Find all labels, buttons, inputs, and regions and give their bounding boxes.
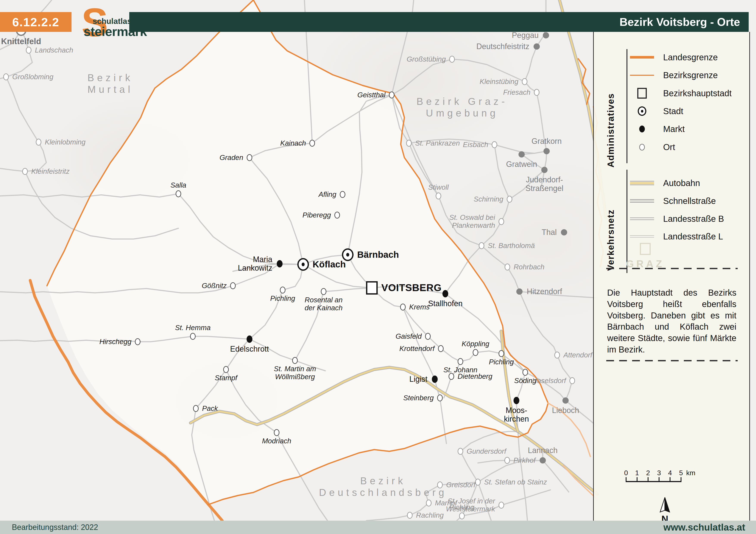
marker-ort-out[interactable] [407,512,413,519]
marker-ort-out[interactable] [22,168,28,175]
marker-ort-out[interactable] [492,141,497,148]
marker-town-out[interactable] [561,229,567,236]
marker-ort[interactable] [190,333,196,340]
marker-ort[interactable] [400,304,406,311]
place-label: Modriach [262,436,291,445]
place-label: Krems [406,303,430,311]
scale-tick-label: 1 [635,469,639,477]
place-label: Ligist [409,375,430,384]
marker-ort[interactable] [448,373,454,380]
place-label: Stampf [215,373,237,382]
marker-town-out[interactable] [543,148,550,154]
marker-ort[interactable] [176,191,181,197]
landesstrasse-b-swatch [628,217,656,220]
scale-tick [637,477,637,482]
marker-ort-out[interactable] [504,264,510,270]
marker-ort[interactable] [389,91,394,98]
marker-ort[interactable] [310,140,315,147]
marker-markt[interactable] [277,260,283,267]
website-link[interactable]: www.schulatlas.at [663,522,756,533]
marker-ort[interactable] [274,429,280,436]
marker-ort-out[interactable] [499,218,504,225]
marker-town-out[interactable] [516,289,523,295]
marker-town-out[interactable] [541,167,548,173]
marker-markt[interactable] [443,290,448,297]
marker-ort-out[interactable] [3,73,9,80]
place-label: Gößnitz [202,282,230,290]
marker-ort[interactable] [437,394,443,401]
place-label: Gundersdorf [464,447,506,455]
marker-ort[interactable] [247,154,252,161]
region-label: Bezirk Graz-Umgebung [417,96,508,119]
marker-ort[interactable] [425,333,431,340]
schulatlas-logo[interactable]: S schulatlas steiermark [78,2,131,40]
marker-ort[interactable] [292,357,298,364]
marker-town-out[interactable] [543,32,549,38]
marker-ort[interactable] [499,350,504,357]
marker-ort[interactable] [438,345,444,352]
marker-town-out[interactable] [534,43,540,50]
marker-stadt[interactable] [297,258,309,271]
marker-ort[interactable] [340,191,345,198]
scale-tick-label: 5 [679,469,683,477]
autobahn-swatch [628,181,656,185]
marker-ort-out[interactable] [449,56,455,63]
scale-tick-label: 3 [657,469,661,477]
place-label: Landschach [32,46,73,54]
place-label: Deutschfeistritz [476,42,532,51]
marker-ort-out[interactable] [479,242,484,249]
north-arrow: N [655,497,675,524]
marker-ort-out[interactable] [534,89,539,96]
markt-swatch [628,126,656,132]
marker-ort-out[interactable] [426,499,432,506]
marker-ort-out[interactable] [458,448,463,455]
marker-ort[interactable] [321,288,326,295]
place-label: Rachling [413,511,444,519]
title-bar: Bezirk Voitsberg - Orte [129,12,749,32]
place-label: Hirschegg [99,338,134,346]
marker-ort-out[interactable] [499,502,504,509]
scale-unit: km [686,469,695,477]
marker-ort-out[interactable] [554,352,560,359]
marker-ort-out[interactable] [507,196,512,203]
scale-tick [670,477,670,482]
marker-ort[interactable] [280,287,285,293]
marker-ort-out[interactable] [475,479,481,486]
place-label: MariaLankowitz [238,255,275,273]
marker-ort[interactable] [523,369,528,376]
marker-ort[interactable] [223,366,229,373]
marker-ort-out[interactable] [36,139,41,145]
marker-ort[interactable] [473,349,478,356]
marker-markt[interactable] [514,397,520,404]
marker-town-out[interactable] [519,151,525,158]
marker-markt[interactable] [432,375,438,383]
marker-ort-out[interactable] [569,377,575,384]
marker-ort[interactable] [335,212,340,218]
marker-ort-out[interactable] [522,78,527,85]
marker-ort-out[interactable] [436,192,441,199]
marker-ort-out[interactable] [459,513,465,519]
place-label: Gratkorn [531,137,562,147]
scale-bar: 012345km [620,469,723,495]
marker-ort-out[interactable] [504,457,510,464]
place-label: Eisbach [463,141,491,149]
marker-markt[interactable] [247,336,253,343]
place-label: St. Martin amWöllmißberg [274,364,316,381]
place-label: Salla [171,181,186,191]
marker-ort-out[interactable] [26,47,32,54]
marker-town-out[interactable] [540,457,546,464]
marker-stadt[interactable] [342,248,354,261]
district-note-text: Die Hauptstadt des Bezirks Voitsberg hei… [607,287,736,355]
marker-ort[interactable] [230,282,236,289]
place-label: Lieboch [552,405,579,415]
schnellstrasse-swatch [628,199,656,203]
marker-ort-out[interactable] [406,140,412,147]
place-label: Gratwein [506,159,537,168]
marker-ort[interactable] [458,358,463,365]
place-label: Haselsdorf [532,377,569,385]
marker-ort[interactable] [135,338,141,345]
place-label: St. Hemma [175,324,210,333]
marker-town-out[interactable] [562,397,569,404]
marker-hauptstadt[interactable] [366,281,378,294]
marker-ort[interactable] [193,405,199,412]
